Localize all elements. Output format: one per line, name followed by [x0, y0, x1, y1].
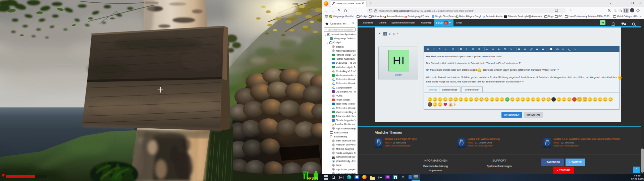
svg-text:!: !	[450, 104, 451, 107]
svg-text:FPS:63: FPS:63	[307, 177, 319, 180]
